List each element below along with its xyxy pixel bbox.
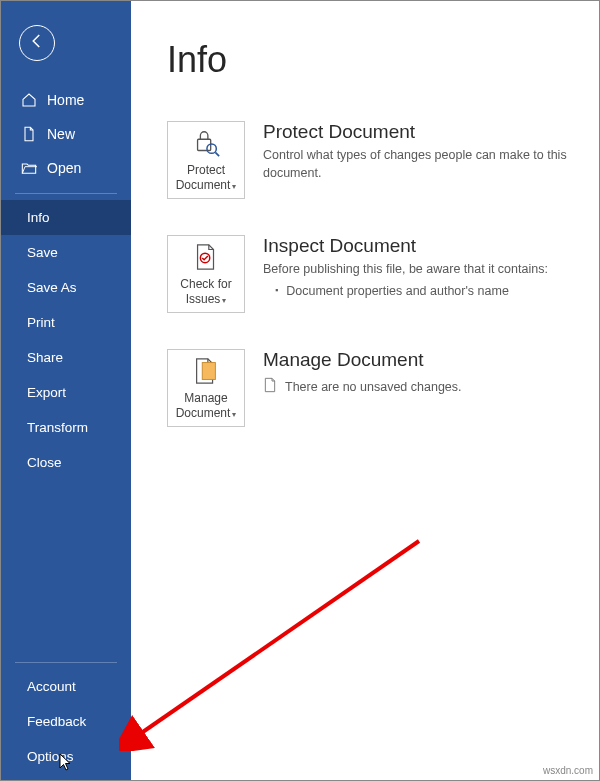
svg-rect-4 (202, 363, 215, 380)
inspect-document-icon (191, 241, 221, 273)
sidebar-item-label: Feedback (27, 714, 86, 729)
card-button-label: Protect Document▾ (168, 163, 244, 193)
nav-secondary-group: Info Save Save As Print Share Export Tra… (1, 200, 131, 480)
sidebar-divider (15, 193, 117, 194)
sidebar-item-info[interactable]: Info (1, 200, 131, 235)
section-description: Before publishing this file, be aware th… (263, 261, 579, 300)
nav-primary-group: Home New Open (1, 83, 131, 185)
main-content: Info Protect Document▾ Protect Document … (131, 1, 599, 780)
section-title: Inspect Document (263, 235, 579, 257)
section-description: There are no unsaved changes. (263, 377, 579, 399)
chevron-down-icon: ▾ (222, 296, 226, 306)
svg-point-1 (207, 144, 216, 153)
sidebar-item-label: Print (27, 315, 55, 330)
sidebar-item-home[interactable]: Home (1, 83, 131, 117)
inspect-document-text: Inspect Document Before publishing this … (263, 235, 579, 300)
nav-bottom-group: Account Feedback Options (1, 654, 131, 780)
card-button-label: Manage Document▾ (168, 391, 244, 421)
sidebar-item-label: Home (47, 92, 84, 108)
sidebar-item-label: Open (47, 160, 81, 176)
open-folder-icon (21, 160, 37, 176)
protect-document-button[interactable]: Protect Document▾ (167, 121, 245, 199)
sidebar-item-new[interactable]: New (1, 117, 131, 151)
sidebar-item-open[interactable]: Open (1, 151, 131, 185)
manage-document-icon (191, 355, 221, 387)
check-for-issues-button[interactable]: Check for Issues▾ (167, 235, 245, 313)
protect-document-section: Protect Document▾ Protect Document Contr… (167, 121, 579, 199)
sidebar-item-share[interactable]: Share (1, 340, 131, 375)
section-title: Protect Document (263, 121, 579, 143)
section-description: Control what types of changes people can… (263, 147, 579, 182)
home-icon (21, 92, 37, 108)
sidebar-item-account[interactable]: Account (1, 669, 131, 704)
back-arrow-icon (28, 32, 46, 54)
new-document-icon (21, 126, 37, 142)
section-title: Manage Document (263, 349, 579, 371)
manage-document-text: Manage Document There are no unsaved cha… (263, 349, 579, 399)
sidebar-item-label: Save As (27, 280, 77, 295)
sidebar-item-save-as[interactable]: Save As (1, 270, 131, 305)
inspect-document-section: Check for Issues▾ Inspect Document Befor… (167, 235, 579, 313)
sidebar-item-print[interactable]: Print (1, 305, 131, 340)
page-title: Info (167, 39, 579, 81)
sidebar-item-label: Account (27, 679, 76, 694)
card-button-label: Check for Issues▾ (168, 277, 244, 307)
sidebar-item-options[interactable]: Options (1, 739, 131, 774)
sidebar-item-label: New (47, 126, 75, 142)
sidebar-divider (15, 662, 117, 663)
backstage-sidebar: Home New Open Info Save (1, 1, 131, 780)
sidebar-item-save[interactable]: Save (1, 235, 131, 270)
lock-search-icon (191, 127, 221, 159)
manage-document-button[interactable]: Manage Document▾ (167, 349, 245, 427)
svg-line-2 (215, 152, 219, 156)
sidebar-item-export[interactable]: Export (1, 375, 131, 410)
sidebar-item-label: Transform (27, 420, 88, 435)
sidebar-item-label: Export (27, 385, 66, 400)
sidebar-item-feedback[interactable]: Feedback (1, 704, 131, 739)
sidebar-item-close[interactable]: Close (1, 445, 131, 480)
chevron-down-icon: ▾ (232, 182, 236, 192)
protect-document-text: Protect Document Control what types of c… (263, 121, 579, 182)
sidebar-item-transform[interactable]: Transform (1, 410, 131, 445)
sidebar-item-label: Options (27, 749, 74, 764)
sidebar-item-label: Close (27, 455, 62, 470)
chevron-down-icon: ▾ (232, 410, 236, 420)
document-icon (263, 377, 277, 399)
sidebar-item-label: Share (27, 350, 63, 365)
sidebar-item-label: Save (27, 245, 58, 260)
manage-document-section: Manage Document▾ Manage Document There a… (167, 349, 579, 427)
sidebar-item-label: Info (27, 210, 50, 225)
inspect-issue-item: Document properties and author's name (263, 283, 579, 301)
back-button[interactable] (19, 25, 55, 61)
watermark: wsxdn.com (543, 765, 593, 776)
